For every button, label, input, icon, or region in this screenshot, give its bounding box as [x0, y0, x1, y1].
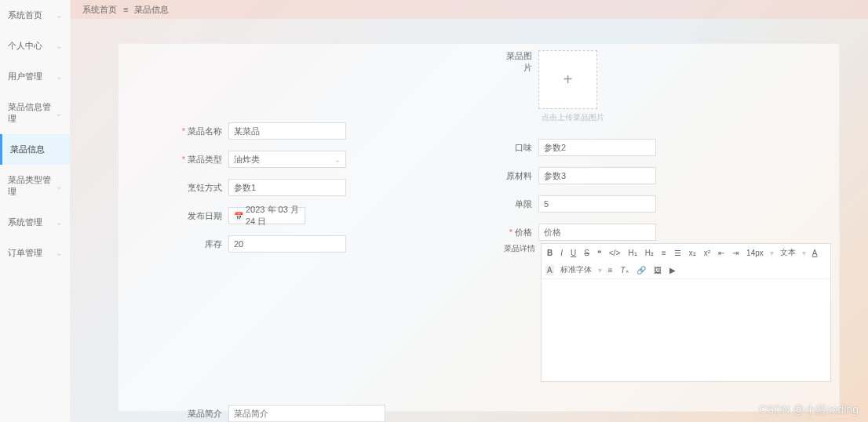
chevron-down-icon: ▾ — [598, 266, 602, 275]
sup-button[interactable]: x² — [702, 248, 712, 258]
link-button[interactable]: 🔗 — [635, 265, 647, 275]
underline-button[interactable]: U — [569, 248, 578, 258]
label-taste: 口味 — [503, 142, 538, 154]
chevron-down-icon: ⌄ — [56, 218, 62, 227]
sidebar-item-home[interactable]: 系统首页⌄ — [0, 0, 70, 31]
sidebar-item-dish-info-mgmt[interactable]: 菜品信息管理⌄ — [0, 92, 70, 134]
limit-input[interactable] — [538, 195, 656, 213]
quote-button[interactable]: ❝ — [596, 248, 603, 258]
chevron-down-icon: ⌄ — [56, 42, 62, 50]
editor-toolbar: B I U S ❝ </> H₁ H₂ ≡ ☰ x₂ x² ⇤ ⇥ 14px▾ … — [542, 244, 830, 279]
image-button[interactable]: 🖼 — [652, 265, 663, 275]
type-select[interactable]: 油炸类⌄ — [228, 151, 346, 168]
bold-button[interactable]: B — [545, 248, 554, 258]
sidebar-item-dish-type[interactable]: 菜品类型管理⌄ — [0, 165, 70, 207]
watermark: CSDN @小蔡coding — [759, 403, 859, 417]
sidebar-item-users[interactable]: 用户管理⌄ — [0, 61, 70, 92]
upload-hint: 点击上传菜品图片 — [542, 112, 604, 123]
video-button[interactable]: ▶ — [668, 265, 677, 275]
sidebar-item-dish-info[interactable]: 菜品信息 — [0, 134, 70, 165]
chevron-down-icon: ⌄ — [56, 249, 62, 257]
label-detail: 菜品详情 — [503, 243, 538, 254]
strike-button[interactable]: S — [582, 248, 591, 258]
rich-editor: B I U S ❝ </> H₁ H₂ ≡ ☰ x₂ x² ⇤ ⇥ 14px▾ … — [541, 243, 831, 382]
stock-input[interactable] — [228, 235, 346, 253]
bgcolor-button[interactable]: A — [545, 265, 554, 275]
label-upload: 菜品图片 — [503, 50, 538, 74]
name-input[interactable] — [228, 122, 346, 140]
label-stock: 库存 — [166, 238, 228, 250]
label-price: 价格 — [503, 227, 538, 238]
textstyle-select[interactable]: 文本 — [779, 246, 797, 259]
label-type: 菜品类型 — [166, 154, 228, 166]
calendar-icon: 📅 — [234, 212, 243, 220]
chevron-down-icon: ▾ — [770, 249, 774, 257]
chevron-down-icon: ⌄ — [56, 72, 62, 81]
indent-button[interactable]: ⇤ — [717, 248, 726, 258]
clear-button[interactable]: Tₓ — [619, 265, 630, 275]
ul-button[interactable]: ☰ — [673, 248, 683, 258]
intro-input[interactable] — [228, 405, 385, 422]
cook-input[interactable] — [228, 179, 346, 196]
plus-icon: + — [563, 71, 573, 89]
font-select[interactable]: 标准字体 — [559, 264, 593, 276]
outdent-button[interactable]: ⇥ — [731, 248, 740, 258]
ol-button[interactable]: ≡ — [660, 248, 668, 258]
chevron-down-icon: ⌄ — [56, 11, 62, 20]
label-cook: 烹饪方式 — [166, 182, 228, 194]
h1-button[interactable]: H₁ — [626, 248, 638, 258]
label-date: 发布日期 — [166, 210, 228, 222]
fontsize-select[interactable]: 14px — [745, 248, 765, 258]
h2-button[interactable]: H₂ — [644, 248, 655, 258]
italic-button[interactable]: I — [559, 248, 564, 258]
chevron-down-icon: ⌄ — [56, 109, 62, 118]
sidebar-item-personal[interactable]: 个人中心⌄ — [0, 31, 70, 61]
label-name: 菜品名称 — [166, 126, 228, 137]
breadcrumb-separator: ≡ — [123, 5, 128, 14]
sub-button[interactable]: x₂ — [687, 248, 698, 258]
breadcrumb-root[interactable]: 系统首页 — [82, 4, 117, 16]
align-button[interactable]: ≡ — [607, 265, 615, 275]
sidebar-item-orders[interactable]: 订单管理⌄ — [0, 238, 70, 268]
color-button[interactable]: A — [811, 248, 819, 258]
chevron-down-icon: ⌄ — [334, 155, 341, 164]
material-input[interactable] — [538, 167, 656, 184]
label-material: 原材料 — [503, 170, 538, 182]
sidebar: 系统首页⌄ 个人中心⌄ 用户管理⌄ 菜品信息管理⌄ 菜品信息 菜品类型管理⌄ 系… — [0, 0, 71, 422]
chevron-down-icon: ⌄ — [56, 182, 62, 191]
code-button[interactable]: </> — [607, 248, 622, 258]
chevron-down-icon: ▾ — [802, 249, 806, 257]
price-input[interactable] — [538, 224, 656, 241]
date-input[interactable]: 📅2023 年 03 月 24 日 — [228, 207, 305, 224]
sidebar-item-system[interactable]: 系统管理⌄ — [0, 207, 70, 238]
label-limit: 单限 — [503, 198, 538, 210]
upload-button[interactable]: + — [538, 50, 597, 109]
form-panel: 菜品名称 菜品类型 油炸类⌄ 烹饪方式 发布日期 📅2023 年 03 月 24… — [118, 43, 840, 412]
breadcrumb-current: 菜品信息 — [134, 4, 169, 16]
breadcrumb: 系统首页 ≡ 菜品信息 — [71, 0, 868, 19]
label-intro: 菜品简介 — [166, 408, 228, 420]
taste-input[interactable] — [538, 139, 656, 156]
editor-content[interactable] — [542, 279, 830, 381]
